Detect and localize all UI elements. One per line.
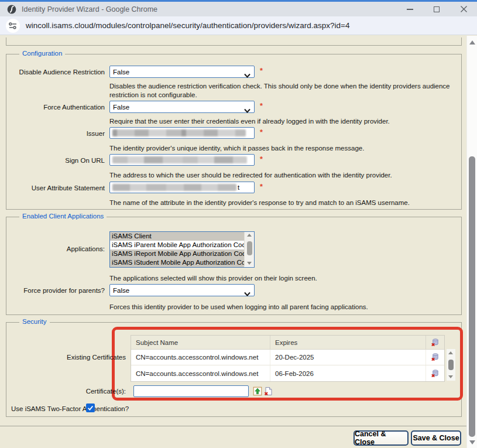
security-legend: Security xyxy=(19,318,50,325)
page-scrollbar[interactable] xyxy=(466,36,477,448)
applications-listbox[interactable]: iSAMS Client iSAMS iParent Mobile App Au… xyxy=(109,231,255,268)
certificate-row: CN=accounts.accesscontrol.windows.net 06… xyxy=(131,365,444,381)
maximize-button[interactable] xyxy=(423,2,450,16)
certificate-expires: 20-Dec-2025 xyxy=(270,350,426,365)
scroll-thumb[interactable] xyxy=(469,156,475,437)
force-provider-parents-description: Forces this identity provider to be used… xyxy=(109,303,368,312)
redacted-value xyxy=(112,129,246,136)
file-delete-icon xyxy=(263,387,273,396)
tune-icon xyxy=(8,21,18,30)
applications-description: The applications selected will show this… xyxy=(109,274,317,283)
force-authentication-select[interactable]: False xyxy=(109,101,255,113)
required-marker: * xyxy=(260,102,263,110)
close-icon xyxy=(460,5,468,13)
disable-audience-restriction-label: Disable Audience Restriction xyxy=(6,69,105,76)
certificates-input[interactable] xyxy=(133,385,249,397)
upload-certificate-button[interactable] xyxy=(253,387,262,396)
table-scrollbar[interactable] xyxy=(447,349,455,381)
scroll-down-icon[interactable] xyxy=(247,262,252,265)
titlebar: Identity Provider Wizard - Google Chrome xyxy=(0,2,477,16)
application-option[interactable]: iSAMS iStudent Mobile App Authorization … xyxy=(110,258,244,267)
certificate-subject: CN=accounts.accesscontrol.windows.net xyxy=(131,350,270,365)
site-settings-button[interactable] xyxy=(6,19,20,33)
existing-certificates-label: Existing Certificates xyxy=(6,354,126,361)
save-close-button[interactable]: Save & Close xyxy=(411,430,461,446)
issuer-input[interactable] xyxy=(109,127,255,139)
certificates-table-header: Subject Name Expires xyxy=(131,336,444,350)
scroll-thumb[interactable] xyxy=(247,241,252,255)
delete-certificate-button[interactable] xyxy=(426,350,444,365)
chrome-globe-icon xyxy=(7,5,16,14)
subject-name-header: Subject Name xyxy=(131,336,270,349)
checkmark-icon xyxy=(87,405,94,411)
maximize-icon xyxy=(434,6,440,12)
window-title: Identity Provider Wizard - Google Chrome xyxy=(22,5,157,13)
url-bar: wincoll.isams.cloud/modules/controlpanel… xyxy=(0,16,477,35)
configuration-legend: Configuration xyxy=(19,50,65,57)
delete-all-certificates-button[interactable] xyxy=(426,336,444,349)
sign-on-url-description: The address to which the user should be … xyxy=(109,171,392,180)
redacted-value xyxy=(112,184,236,191)
database-delete-icon xyxy=(431,369,440,378)
user-attribute-statement-input[interactable]: t xyxy=(109,182,255,193)
minimize-icon xyxy=(407,9,413,10)
scroll-up-icon[interactable] xyxy=(448,351,453,354)
scroll-down-icon[interactable] xyxy=(469,440,475,444)
disable-audience-restriction-select[interactable]: False xyxy=(109,66,255,78)
redacted-value xyxy=(112,156,247,163)
scroll-up-icon[interactable] xyxy=(469,40,475,45)
security-fieldset: Security Existing Certificates Subject N… xyxy=(6,322,462,417)
client-applications-fieldset: Enabled Client Applications Applications… xyxy=(6,217,462,315)
footer-divider xyxy=(0,426,466,426)
client-applications-legend: Enabled Client Applications xyxy=(19,213,107,220)
url-text[interactable]: wincoll.isams.cloud/modules/controlpanel… xyxy=(26,21,349,30)
database-delete-icon xyxy=(431,338,440,347)
two-factor-label: Use iSAMS Two-Factor Authentication? xyxy=(11,405,129,412)
certificates-label: Certificate(s): xyxy=(6,388,126,395)
database-delete-icon xyxy=(431,353,440,362)
remove-certificate-file-button[interactable] xyxy=(263,387,273,396)
application-option[interactable]: iSAMS Client xyxy=(110,232,244,241)
force-authentication-description: Require that the user enter their creden… xyxy=(109,117,390,126)
scroll-thumb[interactable] xyxy=(448,360,454,370)
issuer-label: Issuer xyxy=(6,130,105,138)
required-marker: * xyxy=(260,183,263,191)
sign-on-url-input[interactable] xyxy=(109,154,255,166)
issuer-description: The identity provider's unique identity,… xyxy=(109,144,364,153)
certificate-row: CN=accounts.accesscontrol.windows.net 20… xyxy=(131,350,444,365)
page-content: Configuration Disable Audience Restricti… xyxy=(0,36,466,448)
scroll-down-icon[interactable] xyxy=(448,375,453,378)
applications-label: Applications: xyxy=(6,245,105,253)
required-marker: * xyxy=(260,67,263,75)
force-provider-parents-select[interactable]: False xyxy=(109,284,255,296)
user-attribute-statement-description: The name of the attribute in the identit… xyxy=(109,199,410,207)
upload-icon xyxy=(253,387,262,396)
required-marker: * xyxy=(260,155,263,163)
minimize-button[interactable] xyxy=(396,2,423,16)
chevron-down-icon xyxy=(244,70,250,80)
two-factor-checkbox[interactable] xyxy=(86,403,95,412)
disable-audience-restriction-description: Disables the audience restriction verifi… xyxy=(109,82,461,100)
cancel-close-button[interactable]: Cancel & Close xyxy=(354,430,409,446)
user-attribute-statement-label: User Attribute Statement xyxy=(6,184,105,192)
certificate-expires: 06-Feb-2026 xyxy=(270,365,426,381)
required-marker: * xyxy=(260,128,263,136)
application-option[interactable]: iSAMS iParent Mobile App Authorization C… xyxy=(110,241,244,249)
force-provider-parents-label: Force provider for parents? xyxy=(6,287,105,295)
chevron-down-icon xyxy=(244,288,250,299)
configuration-fieldset: Configuration Disable Audience Restricti… xyxy=(6,54,462,210)
certificates-table: Subject Name Expires CN=accounts.accessc… xyxy=(131,335,445,382)
application-option[interactable]: iSAMS iReport Mobile App Authorization C… xyxy=(110,249,244,258)
previous-fieldset-partial xyxy=(6,37,462,46)
force-authentication-label: Force Authentication xyxy=(6,104,105,111)
scroll-up-icon[interactable] xyxy=(247,234,252,237)
expires-header: Expires xyxy=(270,336,426,349)
visible-suffix: t xyxy=(238,184,239,191)
sign-on-url-label: Sign On URL xyxy=(6,157,105,165)
chevron-down-icon xyxy=(244,105,250,115)
listbox-scrollbar[interactable] xyxy=(244,232,254,266)
certificate-subject: CN=accounts.accesscontrol.windows.net xyxy=(131,365,270,381)
delete-certificate-button[interactable] xyxy=(426,365,444,381)
close-button[interactable] xyxy=(450,2,477,16)
